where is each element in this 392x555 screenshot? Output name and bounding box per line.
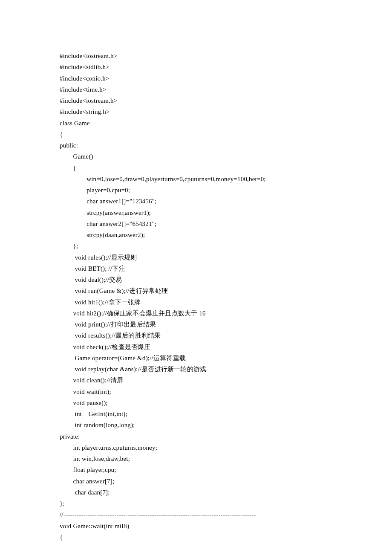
document-page: #include<iostream.h> #include<stdlib.h> … xyxy=(0,0,392,555)
code-line: #include<stdlib.h> xyxy=(60,61,332,72)
code-line: win=0,lose=0,draw=0,playerturns=0,cputur… xyxy=(60,173,332,185)
code-line: strcpy(daan,answer2); xyxy=(60,229,332,240)
code-line: void BET(); //下注 xyxy=(60,263,332,274)
code-line: void deal();//交易 xyxy=(60,274,332,285)
code-line: #include<conio.h> xyxy=(60,73,332,84)
code-line: int random(long,long); xyxy=(60,419,332,431)
code-line: void clean();//清屏 xyxy=(60,375,332,386)
code-line: #include<iostream.h> xyxy=(60,95,332,106)
code-line: char daan[7]; xyxy=(60,487,332,498)
code-line: }; xyxy=(60,498,332,509)
code-line: { xyxy=(60,532,332,543)
code-line: void replay(char &ans);//是否进行新一轮的游戏 xyxy=(60,364,332,375)
code-line: void print();//打印出最后结果 xyxy=(60,319,332,330)
code-line: { xyxy=(60,162,332,173)
code-line: void wait(int); xyxy=(60,386,332,397)
code-line: Game() xyxy=(60,151,332,162)
code-line: void hit1();//拿下一张牌 xyxy=(60,297,332,308)
code-line: strcpy(answer,answer1); xyxy=(60,207,332,218)
code-line: void rules();//显示规则 xyxy=(60,252,332,263)
code-line: #include<string.h> xyxy=(60,106,332,117)
code-line: int playerturns,cputurns,money; xyxy=(60,442,332,453)
code-line: Game operator=(Game &d);//运算符重载 xyxy=(60,353,332,364)
code-line: void results();//最后的胜利结果 xyxy=(60,330,332,341)
code-line: char answer1[]="123456"; xyxy=(60,196,332,207)
code-line: char answer2[]="654321"; xyxy=(60,218,332,229)
code-line: //--------------------------------------… xyxy=(60,509,332,520)
code-line: { xyxy=(60,129,332,140)
code-line: void run(Game &);//进行异常处理 xyxy=(60,285,332,296)
code-line: void pause(); xyxy=(60,397,332,408)
code-line: float player,cpu; xyxy=(60,464,332,475)
code-line: }; xyxy=(60,240,332,251)
code-line: class Game xyxy=(60,118,332,129)
code-line: void Game::wait(int milli) xyxy=(60,520,332,532)
code-line: private: xyxy=(60,431,332,442)
code-line: char answer[7]; xyxy=(60,476,332,487)
code-block: #include<iostream.h> #include<stdlib.h> … xyxy=(60,50,332,543)
code-line: #include<time.h> xyxy=(60,84,332,95)
code-line: public: xyxy=(60,140,332,151)
code-line: player=0,cpu=0; xyxy=(60,185,332,196)
code-line: #include<iostream.h> xyxy=(60,50,332,61)
code-line: void hit2();//确保庄家不会爆庄并且点数大于 16 xyxy=(60,308,332,319)
code-line: void check();//检查是否爆庄 xyxy=(60,341,332,353)
code-line: int win,lose,draw,bet; xyxy=(60,453,332,464)
code-line: int GetInt(int,int); xyxy=(60,408,332,419)
